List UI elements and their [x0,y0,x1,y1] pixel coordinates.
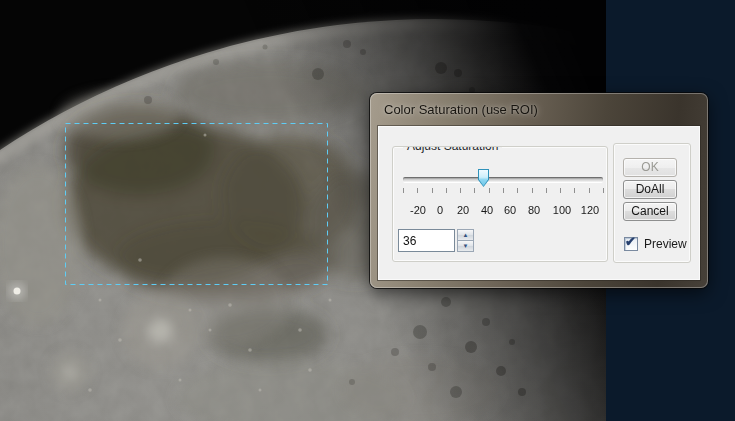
slider-ticks [403,188,604,193]
dialog-title-bar[interactable]: Color Saturation (use ROI) [370,93,708,126]
buttons-group: OK DoAll Cancel ✔ Preview [613,143,691,263]
slider-scale-label: 40 [481,204,493,216]
slider-track[interactable] [403,177,603,182]
slider-scale-label: 80 [528,204,540,216]
spin-up-icon: ▲ [463,232,469,238]
adjust-saturation-label: Adjust Saturation [403,146,502,153]
doall-button[interactable]: DoAll [623,180,677,199]
dialog-title: Color Saturation (use ROI) [384,102,538,117]
slider-scale-label: 100 [553,204,571,216]
spinner-up-button[interactable]: ▲ [457,229,474,241]
slider-scale-label: -20 [410,204,426,216]
preview-label[interactable]: Preview [644,237,687,251]
ok-button[interactable]: OK [623,158,677,177]
spinner-down-button[interactable]: ▼ [457,241,474,252]
slider-scale-label: 60 [504,204,516,216]
checkmark-icon: ✔ [625,235,636,248]
preview-checkbox[interactable]: ✔ [624,237,638,251]
cancel-button[interactable]: Cancel [623,202,677,221]
saturation-input[interactable] [398,229,455,252]
slider-scale-label: 0 [437,204,443,216]
slider-scale-label: 20 [457,204,469,216]
saturation-spinner: ▲ ▼ [457,229,474,252]
dialog-client: Adjust Saturation -20 0 20 40 60 80 100 … [378,126,700,280]
slider-thumb[interactable] [478,169,489,187]
slider-scale-label: 120 [581,204,599,216]
adjust-saturation-group: Adjust Saturation -20 0 20 40 60 80 100 … [392,146,608,262]
dialog-color-saturation: Color Saturation (use ROI) Adjust Satura… [370,93,708,288]
spin-down-icon: ▼ [463,243,469,249]
